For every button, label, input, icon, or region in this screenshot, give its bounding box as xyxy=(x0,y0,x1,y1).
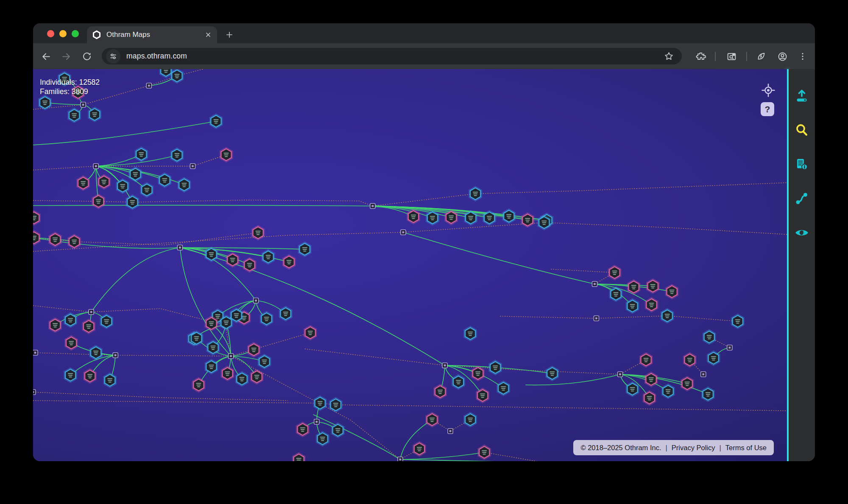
person-node[interactable] xyxy=(662,385,674,398)
union-node[interactable] xyxy=(89,309,94,315)
person-node[interactable] xyxy=(220,148,232,162)
minimize-window-button[interactable] xyxy=(59,30,67,37)
person-node[interactable] xyxy=(703,331,715,344)
person-node[interactable] xyxy=(222,367,233,380)
union-node[interactable] xyxy=(448,429,453,434)
person-node[interactable] xyxy=(65,314,76,327)
person-node[interactable] xyxy=(244,259,255,272)
family-graph[interactable] xyxy=(33,69,787,461)
person-node[interactable] xyxy=(207,341,219,354)
person-node[interactable] xyxy=(684,354,695,367)
browser-menu-button[interactable] xyxy=(795,48,811,64)
person-node[interactable] xyxy=(465,327,476,340)
person-node[interactable] xyxy=(101,315,112,328)
person-node[interactable] xyxy=(427,212,438,225)
route-button[interactable] xyxy=(794,191,809,206)
person-node[interactable] xyxy=(646,298,657,312)
person-node[interactable] xyxy=(65,369,76,382)
union-node[interactable] xyxy=(81,102,86,107)
person-node[interactable] xyxy=(117,180,128,193)
person-node[interactable] xyxy=(159,174,170,187)
person-node[interactable] xyxy=(83,320,95,333)
person-node[interactable] xyxy=(610,288,622,301)
tab-close-icon[interactable] xyxy=(204,31,212,39)
person-node[interactable] xyxy=(193,379,204,392)
search-button[interactable] xyxy=(794,123,809,138)
person-node[interactable] xyxy=(50,233,61,246)
union-node[interactable] xyxy=(33,350,38,355)
person-node[interactable] xyxy=(33,212,39,225)
person-node[interactable] xyxy=(69,109,80,122)
person-node[interactable] xyxy=(210,115,222,128)
union-node[interactable] xyxy=(398,457,403,461)
person-node[interactable] xyxy=(503,210,515,223)
person-node[interactable] xyxy=(666,285,678,298)
person-node[interactable] xyxy=(130,168,141,181)
person-node[interactable] xyxy=(547,367,558,380)
person-node[interactable] xyxy=(93,195,104,208)
person-node[interactable] xyxy=(33,231,39,245)
person-node[interactable] xyxy=(160,69,172,77)
close-window-button[interactable] xyxy=(47,30,54,37)
person-node[interactable] xyxy=(50,319,61,332)
person-node[interactable] xyxy=(293,454,304,462)
person-node[interactable] xyxy=(446,211,457,224)
person-node[interactable] xyxy=(647,280,658,293)
person-node[interactable] xyxy=(66,337,77,350)
tab-othram-maps[interactable]: Othram Maps xyxy=(87,26,217,43)
graph-canvas[interactable]: Individuals: 12582 Families: 3809 ? © 20… xyxy=(33,69,787,461)
person-node[interactable] xyxy=(472,367,484,380)
person-node[interactable] xyxy=(522,214,533,227)
person-node[interactable] xyxy=(191,332,202,345)
union-node[interactable] xyxy=(254,298,259,303)
url-bar[interactable]: maps.othram.com xyxy=(102,48,682,64)
person-node[interactable] xyxy=(259,355,270,368)
person-node[interactable] xyxy=(408,210,419,223)
person-node[interactable] xyxy=(465,413,476,426)
union-node[interactable] xyxy=(442,363,447,368)
person-node[interactable] xyxy=(89,108,100,121)
person-node[interactable] xyxy=(236,373,248,386)
person-node[interactable] xyxy=(453,376,464,389)
union-node[interactable] xyxy=(190,164,195,169)
person-node[interactable] xyxy=(251,370,262,384)
person-node[interactable] xyxy=(609,266,620,279)
person-node[interactable] xyxy=(283,256,295,269)
person-node[interactable] xyxy=(644,392,655,405)
person-node[interactable] xyxy=(490,361,501,374)
person-node[interactable] xyxy=(280,307,291,320)
person-node[interactable] xyxy=(332,424,343,437)
visibility-button[interactable] xyxy=(794,225,809,240)
person-node[interactable] xyxy=(414,443,425,456)
person-node[interactable] xyxy=(171,70,183,83)
person-node[interactable] xyxy=(252,226,264,239)
person-node[interactable] xyxy=(171,149,183,162)
site-settings-button[interactable] xyxy=(106,49,120,64)
person-node[interactable] xyxy=(227,253,238,267)
union-node[interactable] xyxy=(594,316,599,321)
person-node[interactable] xyxy=(84,370,96,383)
person-node[interactable] xyxy=(262,251,274,264)
person-node[interactable] xyxy=(661,309,673,323)
person-node[interactable] xyxy=(299,243,310,256)
case-info-button[interactable] xyxy=(794,157,809,172)
terms-of-use-link[interactable]: Terms of Use xyxy=(725,444,767,452)
person-node[interactable] xyxy=(627,383,638,396)
person-node[interactable] xyxy=(206,317,217,330)
person-node[interactable] xyxy=(314,397,326,410)
reload-button[interactable] xyxy=(79,48,95,64)
person-node[interactable] xyxy=(136,148,147,161)
person-node[interactable] xyxy=(248,343,259,356)
person-node[interactable] xyxy=(484,212,495,225)
person-node[interactable] xyxy=(628,281,639,294)
person-node[interactable] xyxy=(732,315,743,328)
person-node[interactable] xyxy=(317,432,328,446)
person-node[interactable] xyxy=(304,326,316,340)
union-node[interactable] xyxy=(113,353,118,358)
union-node[interactable] xyxy=(229,354,234,359)
person-node[interactable] xyxy=(470,187,481,200)
person-node[interactable] xyxy=(645,373,657,386)
person-node[interactable] xyxy=(627,300,638,313)
person-node[interactable] xyxy=(261,312,272,326)
union-node[interactable] xyxy=(401,230,406,235)
